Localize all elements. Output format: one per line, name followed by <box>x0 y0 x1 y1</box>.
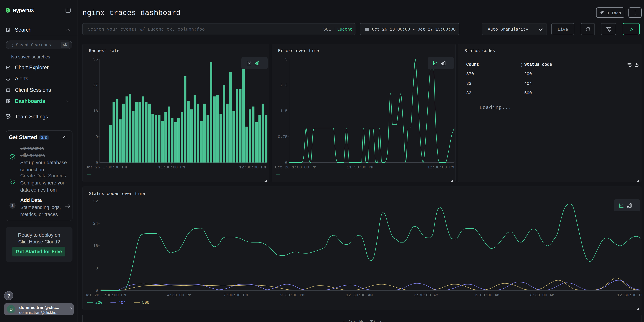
svg-text:3: 3 <box>285 57 288 62</box>
svg-text:11:30:00 PM: 11:30:00 PM <box>158 165 185 170</box>
svg-text:11:30:00 PM: 11:30:00 PM <box>347 165 374 170</box>
svg-text:18: 18 <box>93 109 98 113</box>
svg-text:Oct 26 1:00:00 PM: Oct 26 1:00:00 PM <box>85 293 126 298</box>
svg-text:27: 27 <box>93 83 98 88</box>
svg-text:1.5: 1.5 <box>280 109 288 113</box>
svg-text:0: 0 <box>285 160 288 165</box>
svg-text:3:30:00 AM: 3:30:00 AM <box>414 293 438 298</box>
svg-text:36: 36 <box>93 57 98 62</box>
svg-text:32: 32 <box>93 199 98 204</box>
svg-text:6:00:00 AM: 6:00:00 AM <box>475 293 500 298</box>
svg-text:12:30:00 PM: 12:30:00 PM <box>617 293 642 298</box>
svg-text:12:30:00 PM: 12:30:00 PM <box>239 165 266 170</box>
svg-text:0.75: 0.75 <box>278 135 288 139</box>
svg-text:12:30:00 AM: 12:30:00 AM <box>346 293 373 298</box>
svg-text:8:30:00 AM: 8:30:00 AM <box>530 293 554 298</box>
svg-text:9: 9 <box>96 135 98 139</box>
svg-text:4:30:00 PM: 4:30:00 PM <box>167 293 192 298</box>
svg-text:8: 8 <box>96 266 98 271</box>
svg-text:9:30:00 PM: 9:30:00 PM <box>280 293 304 298</box>
svg-text:200: 200 <box>95 300 102 305</box>
svg-text:0: 0 <box>96 288 98 293</box>
svg-text:404: 404 <box>118 300 126 305</box>
svg-text:2.3: 2.3 <box>280 83 288 88</box>
svg-text:24: 24 <box>93 221 98 226</box>
svg-text:12:30:00 PM: 12:30:00 PM <box>428 165 454 170</box>
svg-text:16: 16 <box>93 244 98 248</box>
svg-text:0: 0 <box>96 160 98 165</box>
svg-text:7:00:00 PM: 7:00:00 PM <box>224 293 248 298</box>
svg-text:Oct 26 1:00:00 PM: Oct 26 1:00:00 PM <box>275 165 316 170</box>
svg-text:Oct 26 1:00:00 PM: Oct 26 1:00:00 PM <box>86 165 127 170</box>
svg-text:500: 500 <box>142 300 149 305</box>
